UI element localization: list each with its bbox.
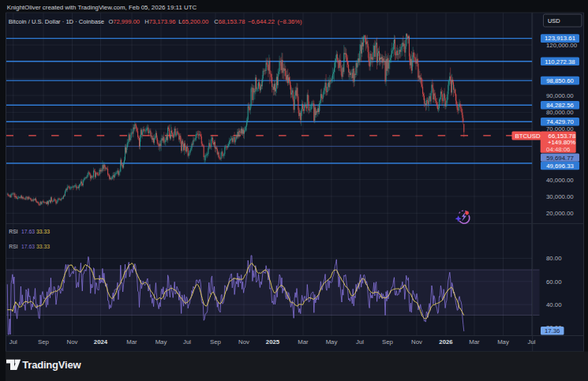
svg-text:98,850.60: 98,850.60: [546, 77, 574, 84]
svg-text:84,282.56: 84,282.56: [546, 102, 574, 109]
svg-text:Sep: Sep: [210, 338, 222, 346]
svg-text:30,000.00: 30,000.00: [546, 193, 574, 200]
svg-text:40,000.00: 40,000.00: [546, 177, 574, 184]
svg-text:RSI17.6333.33: RSI17.6333.33: [9, 229, 50, 234]
svg-text:110,272.38: 110,272.38: [545, 58, 575, 65]
svg-text:123,913.61: 123,913.61: [545, 35, 575, 42]
svg-text:17.36: 17.36: [545, 327, 560, 334]
svg-text:120,000.00: 120,000.00: [546, 42, 578, 49]
svg-text:74,429.70: 74,429.70: [546, 118, 574, 125]
svg-text:May: May: [155, 338, 167, 346]
svg-text:2024: 2024: [94, 338, 108, 346]
svg-text:Sep: Sep: [382, 338, 394, 346]
svg-text:Mar: Mar: [298, 338, 309, 346]
svg-text:60.00: 60.00: [546, 278, 562, 286]
svg-text:04:48:06: 04:48:06: [546, 146, 570, 153]
svg-text:Nov: Nov: [411, 338, 422, 346]
svg-text:20,000.00: 20,000.00: [546, 210, 574, 217]
svg-text:May: May: [497, 338, 509, 346]
svg-text:Sep: Sep: [38, 338, 50, 346]
svg-text:80,000.00: 80,000.00: [546, 109, 574, 116]
svg-text:RSI17.6333.33: RSI17.6333.33: [9, 244, 50, 249]
svg-text:80.00: 80.00: [546, 255, 562, 262]
svg-text:TradingView: TradingView: [22, 359, 81, 371]
svg-text:40.00: 40.00: [546, 301, 562, 308]
svg-text:90,000.00: 90,000.00: [546, 92, 574, 99]
svg-text:Mar: Mar: [126, 338, 137, 346]
svg-text:Jul: Jul: [528, 338, 536, 346]
svg-text:Nov: Nov: [238, 338, 249, 346]
svg-text:2026: 2026: [439, 338, 453, 346]
svg-text:Jul: Jul: [9, 338, 17, 346]
svg-text:Bitcoin / U.S. Dollar · 1D · C: Bitcoin / U.S. Dollar · 1D · CoinbaseO72…: [9, 18, 302, 25]
svg-text:59,694.77: 59,694.77: [546, 155, 574, 162]
svg-text:2025: 2025: [266, 338, 280, 346]
svg-text:Nov: Nov: [67, 338, 78, 346]
svg-text:USD: USD: [548, 17, 560, 24]
svg-text:KnightOliver created with Trad: KnightOliver created with TradingView.co…: [7, 4, 197, 11]
svg-text:Jul: Jul: [183, 338, 191, 346]
svg-text:49,696.33: 49,696.33: [546, 162, 574, 170]
svg-text:Mar: Mar: [469, 338, 480, 346]
svg-text:BTCUSD: BTCUSD: [515, 133, 541, 140]
svg-text:Jul: Jul: [356, 338, 364, 346]
svg-text:May: May: [326, 338, 338, 346]
